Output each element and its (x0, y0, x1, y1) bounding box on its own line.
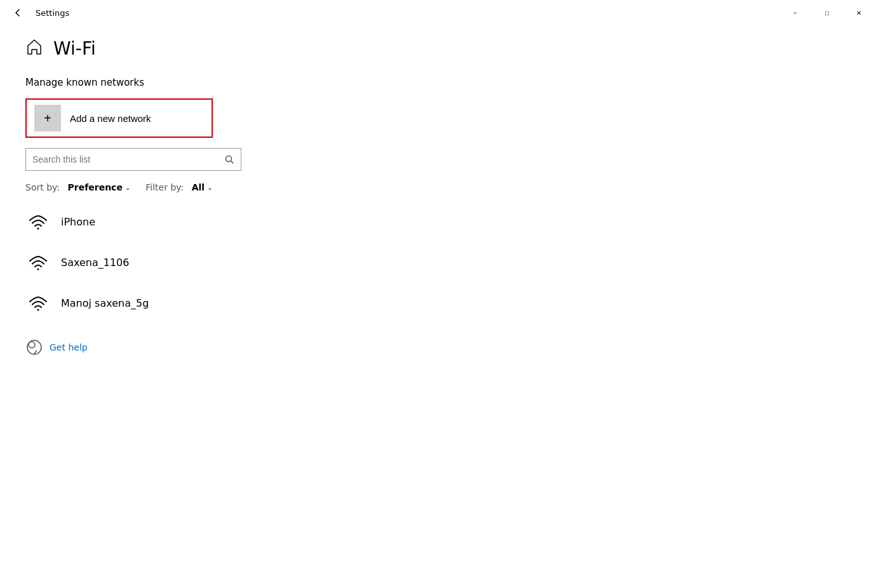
plus-icon: + (44, 111, 51, 126)
svg-point-3 (37, 269, 39, 271)
svg-point-6 (29, 342, 35, 348)
sort-filter-row: Sort by: Preference ⌄ Filter by: All ⌄ (25, 182, 856, 192)
network-list: iPhone Saxena_1106 (25, 205, 856, 319)
network-item-manoj[interactable]: Manoj saxena_5g (25, 286, 856, 319)
sort-dropdown[interactable]: Sort by: Preference ⌄ (25, 182, 130, 192)
svg-point-2 (37, 228, 39, 230)
network-name-saxena1106: Saxena_1106 (61, 257, 129, 269)
maximize-button[interactable]: □ (812, 3, 842, 23)
sort-label: Sort by: (25, 182, 60, 192)
add-network-label: Add a new network (70, 113, 151, 124)
network-name-manoj: Manoj saxena_5g (61, 297, 149, 309)
search-container (25, 148, 241, 171)
plus-icon-box: + (34, 105, 61, 131)
svg-point-4 (37, 309, 39, 311)
title-bar: Settings − □ ✕ (0, 0, 881, 25)
filter-label: Filter by: (145, 182, 184, 192)
section-title: Manage known networks (25, 77, 856, 88)
get-help-section[interactable]: Get help (25, 338, 856, 356)
network-name-iphone: iPhone (61, 216, 95, 228)
home-icon (25, 38, 43, 59)
close-button[interactable]: ✕ (844, 3, 873, 23)
page-header: Wi-Fi (25, 38, 856, 59)
filter-chevron-icon: ⌄ (207, 184, 212, 191)
help-icon (25, 338, 43, 356)
svg-line-1 (231, 161, 234, 164)
network-item-saxena1106[interactable]: Saxena_1106 (25, 246, 856, 279)
sort-value: Preference (67, 182, 122, 192)
get-help-link[interactable]: Get help (50, 342, 88, 352)
page-title: Wi-Fi (53, 38, 96, 59)
filter-dropdown[interactable]: Filter by: All ⌄ (145, 182, 212, 192)
sort-chevron-icon: ⌄ (125, 184, 130, 191)
search-input[interactable] (26, 150, 218, 168)
filter-value: All (192, 182, 205, 192)
titlebar-title: Settings (36, 8, 69, 18)
add-new-network-button[interactable]: + Add a new network (25, 98, 213, 138)
minimize-button[interactable]: − (781, 3, 810, 23)
search-icon (218, 148, 241, 171)
back-button[interactable] (8, 3, 28, 23)
network-item-iphone[interactable]: iPhone (25, 205, 856, 238)
titlebar-controls: − □ ✕ (781, 3, 873, 23)
wifi-icon-saxena1106 (25, 250, 51, 275)
wifi-icon-manoj (25, 290, 51, 316)
title-bar-left: Settings (8, 3, 69, 23)
main-content: Wi-Fi Manage known networks + Add a new … (0, 25, 881, 369)
wifi-icon-iphone (25, 209, 51, 234)
